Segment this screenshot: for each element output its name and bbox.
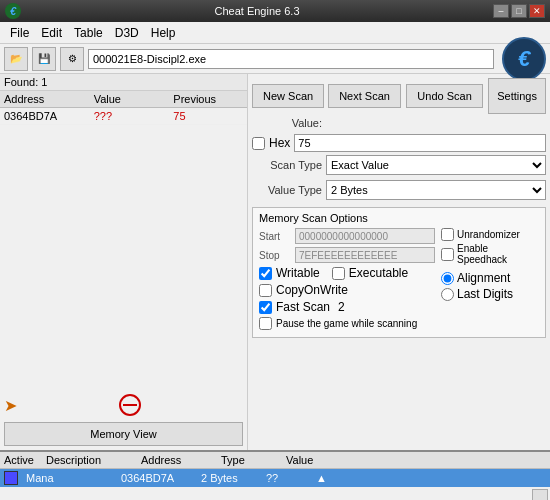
toolbar: 📂 💾 ⚙ € bbox=[0, 44, 550, 74]
col-description: Description bbox=[42, 454, 137, 466]
undo-scan-button[interactable]: Undo Scan bbox=[406, 84, 482, 108]
writable-checkbox[interactable] bbox=[259, 267, 272, 280]
menu-edit[interactable]: Edit bbox=[35, 24, 68, 42]
value-type-select[interactable]: Byte 2 Bytes 4 Bytes 8 Bytes Float Doubl… bbox=[326, 180, 546, 200]
minimize-button[interactable]: – bbox=[493, 4, 509, 18]
close-button[interactable]: ✕ bbox=[529, 4, 545, 18]
fast-scan-value: 2 bbox=[338, 300, 345, 314]
table-row[interactable]: 0364BD7A ??? 75 bbox=[0, 108, 247, 125]
window-title: Cheat Engine 6.3 bbox=[21, 5, 493, 17]
executable-checkbox[interactable] bbox=[332, 267, 345, 280]
menu-d3d[interactable]: D3D bbox=[109, 24, 145, 42]
fast-scan-checkbox[interactable] bbox=[259, 301, 272, 314]
app-icon: € bbox=[5, 3, 21, 19]
value-row: Value: bbox=[252, 117, 546, 129]
entry-address: 0364BD7A bbox=[117, 472, 197, 484]
alignment-radio[interactable] bbox=[441, 272, 454, 285]
copy-on-write-label: CopyOnWrite bbox=[276, 283, 348, 297]
scan-type-label: Scan Type bbox=[252, 159, 322, 171]
col-address: Address bbox=[137, 454, 217, 466]
results-header-row: Address Value Previous bbox=[0, 91, 247, 108]
no-entry-icon[interactable] bbox=[119, 394, 141, 416]
col-header-value: Value bbox=[90, 93, 170, 105]
col-scroll bbox=[332, 454, 348, 466]
entry-description: Mana bbox=[22, 472, 117, 484]
scan-type-select[interactable]: Exact Value Bigger than... Smaller than.… bbox=[326, 155, 546, 175]
left-panel: Found: 1 Address Value Previous 0364BD7A… bbox=[0, 74, 248, 450]
fast-scan-label: Fast Scan bbox=[276, 300, 330, 314]
col-header-previous: Previous bbox=[169, 93, 247, 105]
speedhack-row: Enable Speedhack bbox=[441, 243, 539, 265]
value-label: Value: bbox=[252, 117, 322, 129]
new-scan-button[interactable]: New Scan bbox=[252, 84, 324, 108]
next-scan-button[interactable]: Next Scan bbox=[328, 84, 401, 108]
writable-label: Writable bbox=[276, 266, 320, 280]
scrollbar[interactable]: ▼ bbox=[532, 489, 548, 500]
process-input[interactable] bbox=[88, 49, 494, 69]
stop-input[interactable] bbox=[295, 247, 435, 263]
settings-button[interactable]: ⚙ bbox=[60, 47, 84, 71]
memory-scan-group: Memory Scan Options Start Stop Writable bbox=[252, 207, 546, 338]
open-button[interactable]: 📂 bbox=[4, 47, 28, 71]
fast-scan-row: Fast Scan 2 bbox=[259, 300, 435, 314]
maximize-button[interactable]: □ bbox=[511, 4, 527, 18]
window-controls: – □ ✕ bbox=[493, 4, 545, 18]
address-list: Active Description Address Type Value Ma… bbox=[0, 450, 550, 500]
memory-view-button[interactable]: Memory View bbox=[4, 422, 243, 446]
scroll-bar-area: ▼ bbox=[0, 487, 550, 500]
col-header-address: Address bbox=[0, 93, 90, 105]
right-options: Unrandomizer Enable Speedhack Alignment bbox=[441, 228, 539, 333]
start-label: Start bbox=[259, 231, 291, 242]
pause-game-checkbox[interactable] bbox=[259, 317, 272, 330]
title-bar-left: € bbox=[5, 3, 21, 19]
col-active: Active bbox=[0, 454, 42, 466]
copy-on-write-checkbox[interactable] bbox=[259, 284, 272, 297]
result-value: ??? bbox=[90, 110, 170, 122]
process-bar bbox=[88, 49, 494, 69]
settings-panel-button[interactable]: Settings bbox=[488, 78, 546, 114]
hex-label: Hex bbox=[269, 136, 290, 150]
value-input[interactable] bbox=[294, 134, 546, 152]
active-checkbox[interactable] bbox=[4, 471, 18, 485]
scan-type-row: Scan Type Exact Value Bigger than... Sma… bbox=[252, 155, 546, 175]
menu-table[interactable]: Table bbox=[68, 24, 109, 42]
right-panel: New Scan Next Scan Undo Scan Settings Va… bbox=[248, 74, 550, 450]
value-type-label: Value Type bbox=[252, 184, 322, 196]
speedhack-label: Enable Speedhack bbox=[457, 243, 539, 265]
start-input[interactable] bbox=[295, 228, 435, 244]
title-bar: € Cheat Engine 6.3 – □ ✕ bbox=[0, 0, 550, 22]
address-list-header: Active Description Address Type Value bbox=[0, 452, 550, 469]
menu-bar: File Edit Table D3D Help bbox=[0, 22, 550, 44]
copy-on-write-row: CopyOnWrite bbox=[259, 283, 435, 297]
menu-help[interactable]: Help bbox=[145, 24, 182, 42]
unrandomizer-label: Unrandomizer bbox=[457, 229, 520, 240]
menu-file[interactable]: File bbox=[4, 24, 35, 42]
alignment-radio-row: Alignment bbox=[441, 271, 539, 285]
unrandomizer-checkbox[interactable] bbox=[441, 228, 454, 241]
stop-row: Stop bbox=[259, 247, 435, 263]
address-list-row[interactable]: Mana 0364BD7A 2 Bytes ?? ▲ bbox=[0, 469, 550, 487]
last-digits-label: Last Digits bbox=[457, 287, 513, 301]
memory-scan-left: Start Stop Writable Executable bbox=[259, 228, 435, 333]
entry-type: 2 Bytes bbox=[197, 472, 262, 484]
writable-row: Writable Executable bbox=[259, 266, 435, 280]
hex-row: Hex bbox=[252, 134, 546, 152]
last-digits-radio[interactable] bbox=[441, 288, 454, 301]
unrandomizer-row: Unrandomizer bbox=[441, 228, 539, 241]
pause-game-row: Pause the game while scanning bbox=[259, 317, 435, 330]
arrow-icon: ➤ bbox=[4, 396, 17, 415]
scroll-indicator: ▲ bbox=[312, 472, 328, 484]
results-found: Found: 1 bbox=[0, 74, 247, 91]
value-type-row: Value Type Byte 2 Bytes 4 Bytes 8 Bytes … bbox=[252, 180, 546, 200]
last-digits-radio-row: Last Digits bbox=[441, 287, 539, 301]
col-value: Value bbox=[282, 454, 332, 466]
save-button[interactable]: 💾 bbox=[32, 47, 56, 71]
pause-game-label: Pause the game while scanning bbox=[276, 318, 417, 329]
stop-label: Stop bbox=[259, 250, 291, 261]
speedhack-checkbox[interactable] bbox=[441, 248, 454, 261]
hex-checkbox[interactable] bbox=[252, 137, 265, 150]
memory-scan-body: Start Stop Writable Executable bbox=[259, 228, 539, 333]
main-area: Found: 1 Address Value Previous 0364BD7A… bbox=[0, 74, 550, 450]
results-table: Address Value Previous 0364BD7A ??? 75 bbox=[0, 91, 247, 242]
icon-row: ➤ bbox=[0, 392, 247, 418]
